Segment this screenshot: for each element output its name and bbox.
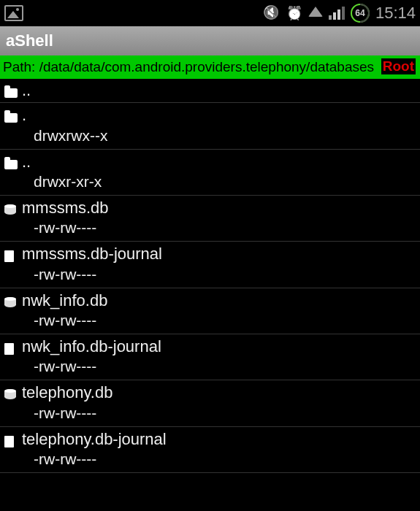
file-row[interactable]: .drwxrwx--x (0, 103, 420, 149)
file-text: nwk_info.db-rw-rw---- (22, 291, 107, 329)
wifi-icon (308, 7, 323, 20)
battery-percent: 64 (355, 8, 364, 18)
file-text: telephony.db-journal-rw-rw---- (22, 430, 167, 468)
alarm-icon (286, 5, 302, 21)
app-titlebar: aShell (0, 26, 420, 55)
database-icon (4, 386, 19, 398)
signal-icon (329, 7, 345, 20)
file-text: nwk_info.db-journal-rw-rw---- (22, 337, 161, 375)
status-right: 64 15:14 (263, 4, 416, 23)
status-left (4, 5, 23, 21)
file-name: .. (22, 153, 102, 172)
mute-icon (263, 4, 280, 22)
file-row[interactable]: nwk_info.db-rw-rw---- (0, 288, 420, 334)
file-icon (4, 433, 19, 445)
file-permissions: -rw-rw---- (22, 219, 109, 237)
file-row[interactable]: nwk_info.db-journal-rw-rw---- (0, 334, 420, 380)
file-permissions: -rw-rw---- (22, 450, 167, 468)
file-permissions: -rw-rw---- (22, 404, 112, 422)
file-list: ...drwxrwx--x..drwxr-xr-xmmssms.db-rw-rw… (0, 79, 420, 474)
database-icon (4, 294, 19, 306)
database-icon (4, 201, 19, 213)
file-row[interactable]: telephony.db-rw-rw---- (0, 380, 420, 426)
file-permissions: -rw-rw---- (22, 312, 107, 329)
file-name: mmssms.db (22, 199, 109, 218)
folder-icon (4, 109, 19, 120)
file-text: ..drwxr-xr-x (22, 153, 102, 191)
file-icon (4, 340, 19, 352)
gallery-icon (4, 5, 23, 21)
file-name: nwk_info.db-journal (22, 337, 161, 356)
path-text: Path: /data/data/com.android.providers.t… (3, 58, 378, 76)
path-value: /data/data/com.android.providers.telepho… (39, 59, 374, 74)
file-name: telephony.db (22, 383, 112, 402)
file-name: telephony.db-journal (22, 430, 167, 449)
file-permissions: drwxr-xr-x (22, 173, 102, 191)
battery-icon: 64 (351, 4, 370, 23)
file-row[interactable]: ..drwxr-xr-x (0, 150, 420, 196)
folder-icon (4, 84, 19, 96)
file-permissions: -rw-rw---- (22, 358, 161, 375)
file-row[interactable]: telephony.db-journal-rw-rw---- (0, 427, 420, 473)
app-title: aShell (6, 31, 53, 50)
root-badge: Root (381, 58, 416, 74)
path-bar[interactable]: Path: /data/data/com.android.providers.t… (0, 55, 420, 79)
file-permissions: -rw-rw---- (22, 266, 162, 283)
file-text: .. (22, 81, 31, 100)
file-permissions: drwxrwx--x (22, 127, 107, 145)
file-row[interactable]: mmssms.db-journal-rw-rw---- (0, 242, 420, 288)
path-prefix: Path: (3, 59, 39, 74)
folder-icon (4, 155, 19, 167)
file-icon (4, 247, 19, 259)
file-name: . (22, 106, 107, 125)
file-text: .drwxrwx--x (22, 106, 107, 144)
file-name: .. (22, 81, 31, 100)
file-row[interactable]: .. (0, 79, 420, 103)
file-name: nwk_info.db (22, 291, 107, 310)
clock: 15:14 (375, 4, 416, 23)
file-text: telephony.db-rw-rw---- (22, 383, 112, 421)
file-text: mmssms.db-journal-rw-rw---- (22, 245, 162, 283)
file-name: mmssms.db-journal (22, 245, 162, 264)
file-text: mmssms.db-rw-rw---- (22, 199, 109, 237)
file-row[interactable]: mmssms.db-rw-rw---- (0, 196, 420, 242)
status-bar: 64 15:14 (0, 0, 420, 26)
